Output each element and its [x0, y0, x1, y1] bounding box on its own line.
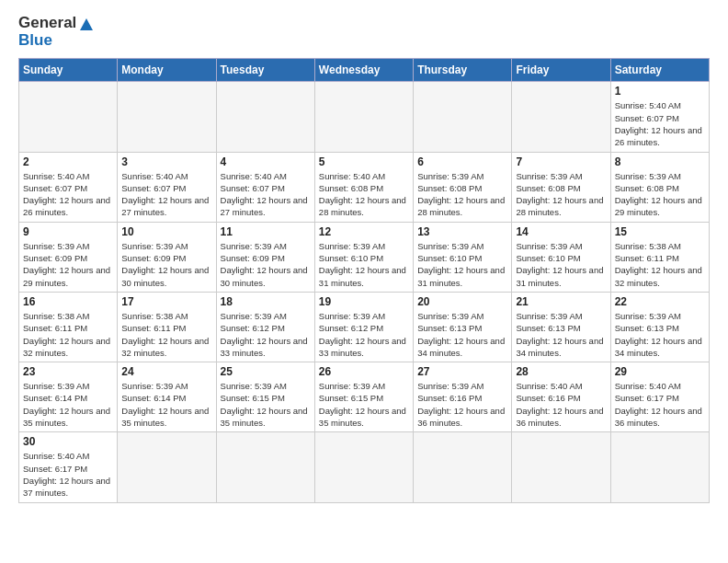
day-info: Sunrise: 5:38 AM Sunset: 6:11 PM Dayligh…	[23, 310, 113, 359]
calendar-cell: 22Sunrise: 5:39 AM Sunset: 6:13 PM Dayli…	[610, 292, 709, 362]
day-info: Sunrise: 5:38 AM Sunset: 6:11 PM Dayligh…	[615, 240, 705, 289]
day-info: Sunrise: 5:39 AM Sunset: 6:16 PM Dayligh…	[417, 380, 507, 429]
day-info: Sunrise: 5:39 AM Sunset: 6:12 PM Dayligh…	[221, 310, 311, 359]
calendar-cell: 9Sunrise: 5:39 AM Sunset: 6:09 PM Daylig…	[19, 222, 118, 292]
day-info: Sunrise: 5:40 AM Sunset: 6:07 PM Dayligh…	[615, 99, 705, 148]
day-info: Sunrise: 5:40 AM Sunset: 6:07 PM Dayligh…	[121, 170, 211, 219]
week-row-2: 2Sunrise: 5:40 AM Sunset: 6:07 PM Daylig…	[19, 152, 710, 222]
calendar-cell: 15Sunrise: 5:38 AM Sunset: 6:11 PM Dayli…	[610, 222, 709, 292]
calendar-cell: 5Sunrise: 5:40 AM Sunset: 6:08 PM Daylig…	[314, 152, 413, 222]
week-row-4: 16Sunrise: 5:38 AM Sunset: 6:11 PM Dayli…	[19, 292, 710, 362]
calendar-cell: 24Sunrise: 5:39 AM Sunset: 6:14 PM Dayli…	[118, 362, 216, 432]
day-info: Sunrise: 5:39 AM Sunset: 6:09 PM Dayligh…	[221, 240, 311, 289]
day-number: 1	[615, 85, 705, 98]
calendar-cell	[314, 432, 413, 502]
calendar-cell	[610, 432, 709, 502]
calendar-cell: 13Sunrise: 5:39 AM Sunset: 6:10 PM Dayli…	[414, 222, 512, 292]
day-number: 22	[615, 295, 705, 308]
weekday-header-row: SundayMondayTuesdayWednesdayThursdayFrid…	[19, 59, 710, 82]
header: General Blue	[18, 15, 710, 49]
week-row-6: 30Sunrise: 5:40 AM Sunset: 6:17 PM Dayli…	[19, 432, 710, 502]
weekday-header-tuesday: Tuesday	[216, 59, 314, 82]
calendar-cell: 8Sunrise: 5:39 AM Sunset: 6:08 PM Daylig…	[610, 152, 709, 222]
svg-marker-0	[80, 18, 93, 30]
calendar-cell	[118, 432, 216, 502]
day-info: Sunrise: 5:38 AM Sunset: 6:11 PM Dayligh…	[121, 310, 211, 359]
week-row-1: 1Sunrise: 5:40 AM Sunset: 6:07 PM Daylig…	[19, 82, 710, 152]
day-info: Sunrise: 5:40 AM Sunset: 6:17 PM Dayligh…	[23, 450, 113, 499]
logo-general: General	[18, 15, 95, 32]
day-info: Sunrise: 5:39 AM Sunset: 6:10 PM Dayligh…	[319, 240, 409, 289]
day-info: Sunrise: 5:39 AM Sunset: 6:13 PM Dayligh…	[615, 310, 705, 359]
day-number: 4	[221, 155, 311, 168]
day-info: Sunrise: 5:39 AM Sunset: 6:14 PM Dayligh…	[23, 380, 113, 429]
day-number: 19	[319, 295, 409, 308]
day-info: Sunrise: 5:39 AM Sunset: 6:13 PM Dayligh…	[516, 310, 606, 359]
day-number: 11	[221, 225, 311, 238]
calendar-cell: 27Sunrise: 5:39 AM Sunset: 6:16 PM Dayli…	[414, 362, 512, 432]
day-number: 25	[221, 365, 311, 378]
day-number: 12	[319, 225, 409, 238]
calendar-cell: 1Sunrise: 5:40 AM Sunset: 6:07 PM Daylig…	[610, 82, 709, 152]
day-info: Sunrise: 5:39 AM Sunset: 6:15 PM Dayligh…	[221, 380, 311, 429]
day-info: Sunrise: 5:39 AM Sunset: 6:14 PM Dayligh…	[121, 380, 211, 429]
logo-block: General Blue	[18, 15, 95, 49]
day-info: Sunrise: 5:39 AM Sunset: 6:08 PM Dayligh…	[417, 170, 507, 219]
calendar-cell: 4Sunrise: 5:40 AM Sunset: 6:07 PM Daylig…	[216, 152, 314, 222]
calendar-cell: 11Sunrise: 5:39 AM Sunset: 6:09 PM Dayli…	[216, 222, 314, 292]
day-number: 16	[23, 295, 113, 308]
calendar-cell: 16Sunrise: 5:38 AM Sunset: 6:11 PM Dayli…	[19, 292, 118, 362]
day-number: 6	[417, 155, 507, 168]
day-number: 21	[516, 295, 606, 308]
day-info: Sunrise: 5:39 AM Sunset: 6:13 PM Dayligh…	[417, 310, 507, 359]
calendar-cell: 20Sunrise: 5:39 AM Sunset: 6:13 PM Dayli…	[414, 292, 512, 362]
calendar-cell: 18Sunrise: 5:39 AM Sunset: 6:12 PM Dayli…	[216, 292, 314, 362]
day-number: 24	[121, 365, 211, 378]
calendar-cell	[216, 432, 314, 502]
weekday-header-monday: Monday	[118, 59, 216, 82]
calendar: SundayMondayTuesdayWednesdayThursdayFrid…	[18, 58, 710, 502]
day-number: 7	[516, 155, 606, 168]
day-number: 27	[417, 365, 507, 378]
day-number: 26	[319, 365, 409, 378]
calendar-cell: 10Sunrise: 5:39 AM Sunset: 6:09 PM Dayli…	[118, 222, 216, 292]
day-number: 20	[417, 295, 507, 308]
day-number: 18	[221, 295, 311, 308]
day-number: 14	[516, 225, 606, 238]
calendar-cell: 30Sunrise: 5:40 AM Sunset: 6:17 PM Dayli…	[19, 432, 118, 502]
calendar-cell: 2Sunrise: 5:40 AM Sunset: 6:07 PM Daylig…	[19, 152, 118, 222]
day-info: Sunrise: 5:40 AM Sunset: 6:08 PM Dayligh…	[319, 170, 409, 219]
weekday-header-saturday: Saturday	[610, 59, 709, 82]
day-info: Sunrise: 5:39 AM Sunset: 6:09 PM Dayligh…	[23, 240, 113, 289]
page: General Blue SundayMondayTuesdayWednesda…	[0, 0, 728, 563]
calendar-cell: 6Sunrise: 5:39 AM Sunset: 6:08 PM Daylig…	[414, 152, 512, 222]
calendar-cell: 19Sunrise: 5:39 AM Sunset: 6:12 PM Dayli…	[314, 292, 413, 362]
day-info: Sunrise: 5:39 AM Sunset: 6:15 PM Dayligh…	[319, 380, 409, 429]
day-info: Sunrise: 5:39 AM Sunset: 6:10 PM Dayligh…	[417, 240, 507, 289]
day-number: 2	[23, 155, 113, 168]
day-number: 8	[615, 155, 705, 168]
calendar-cell: 26Sunrise: 5:39 AM Sunset: 6:15 PM Dayli…	[314, 362, 413, 432]
day-number: 29	[615, 365, 705, 378]
day-info: Sunrise: 5:40 AM Sunset: 6:16 PM Dayligh…	[516, 380, 606, 429]
calendar-cell	[512, 82, 610, 152]
logo-blue: Blue	[18, 32, 52, 50]
weekday-header-sunday: Sunday	[19, 59, 118, 82]
day-number: 5	[319, 155, 409, 168]
calendar-cell: 21Sunrise: 5:39 AM Sunset: 6:13 PM Dayli…	[512, 292, 610, 362]
day-info: Sunrise: 5:40 AM Sunset: 6:07 PM Dayligh…	[221, 170, 311, 219]
calendar-cell: 25Sunrise: 5:39 AM Sunset: 6:15 PM Dayli…	[216, 362, 314, 432]
calendar-cell: 7Sunrise: 5:39 AM Sunset: 6:08 PM Daylig…	[512, 152, 610, 222]
calendar-cell: 17Sunrise: 5:38 AM Sunset: 6:11 PM Dayli…	[118, 292, 216, 362]
calendar-cell: 12Sunrise: 5:39 AM Sunset: 6:10 PM Dayli…	[314, 222, 413, 292]
calendar-cell: 14Sunrise: 5:39 AM Sunset: 6:10 PM Dayli…	[512, 222, 610, 292]
calendar-cell	[512, 432, 610, 502]
day-info: Sunrise: 5:39 AM Sunset: 6:09 PM Dayligh…	[121, 240, 211, 289]
logo: General Blue	[18, 15, 95, 49]
calendar-cell	[414, 82, 512, 152]
day-info: Sunrise: 5:40 AM Sunset: 6:17 PM Dayligh…	[615, 380, 705, 429]
day-number: 30	[23, 435, 113, 448]
calendar-cell	[118, 82, 216, 152]
calendar-cell: 23Sunrise: 5:39 AM Sunset: 6:14 PM Dayli…	[19, 362, 118, 432]
week-row-3: 9Sunrise: 5:39 AM Sunset: 6:09 PM Daylig…	[19, 222, 710, 292]
